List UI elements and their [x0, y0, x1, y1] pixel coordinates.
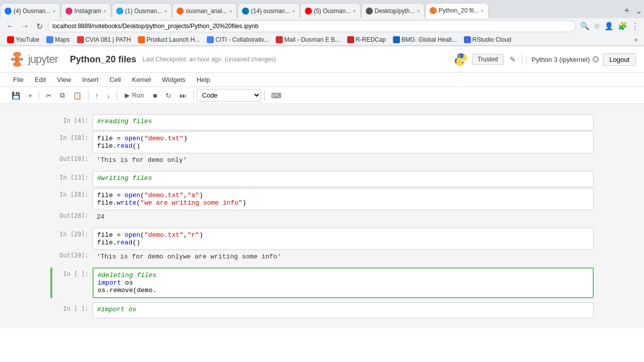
add-cell-button[interactable]: + — [25, 89, 36, 102]
restart-icon: ↻ — [166, 92, 172, 100]
restart-button[interactable]: ↻ — [162, 89, 175, 102]
kernel-status-circle — [593, 56, 599, 62]
browser-tab-tab3[interactable]: (1) Ousman...× — [112, 3, 172, 18]
cell-label-cell-deleting: In [ ]: — [52, 267, 93, 298]
bookmark-bmg:-global-healt...[interactable]: BMG: Global Healt... — [390, 35, 460, 44]
profile-button[interactable]: 👤 — [603, 21, 615, 32]
svg-point-3 — [20, 58, 23, 61]
new-tab-button[interactable]: + — [620, 6, 633, 16]
bookmark-rstudio-cloud[interactable]: RStudio Cloud — [461, 35, 514, 44]
cell-label-cell-file-read2: In [29]: — [52, 228, 93, 250]
cell-wrapper-cell-file-read2: In [29]:file = open("demo.txt","r")file.… — [0, 228, 644, 250]
menu-item-cell[interactable]: Cell — [105, 74, 126, 85]
menu-button[interactable]: ⋮ — [630, 21, 640, 32]
output-label-out-28: Out[28]: — [52, 211, 93, 219]
cell-content-cell-writing-comment[interactable]: #writing files — [93, 171, 594, 187]
reload-button[interactable]: ↻ — [34, 21, 45, 32]
run-icon: ▶ — [125, 92, 130, 99]
jupyter-wordmark: jupyter — [28, 53, 58, 66]
bookmark-product-launch-h...[interactable]: Product Launch H... — [135, 35, 203, 44]
cell-wrapper-cell-file-write: In [28]:file = open("demo.txt","a")file.… — [0, 188, 644, 210]
cell-label-cell-import-os: In [ ]: — [52, 302, 93, 318]
bookmark-citi---collaborativ...[interactable]: CITI - Collaborativ... — [204, 35, 272, 44]
svg-point-2 — [11, 58, 14, 61]
bookmark-button[interactable]: ☆ — [593, 21, 601, 32]
add-icon: + — [28, 92, 32, 100]
output-content-out-28: 24 — [93, 211, 594, 223]
address-input[interactable] — [48, 20, 576, 32]
save-button[interactable]: 💾 — [8, 89, 24, 102]
run-button[interactable]: ▶ Run — [120, 89, 148, 101]
svg-point-1 — [13, 62, 21, 67]
notebook-title[interactable]: Python_20 files — [70, 54, 136, 65]
browser-tab-tab1[interactable]: (4) Ousman...× — [0, 3, 60, 18]
notebook-area: In [4]:#reading filesIn [18]:file = open… — [0, 104, 644, 328]
keyboard-button[interactable]: ⌨ — [268, 89, 285, 102]
bookmarks-more[interactable]: » — [632, 35, 640, 44]
stop-button[interactable]: ■ — [149, 89, 160, 102]
python-logo-icon — [454, 52, 468, 66]
menu-item-file[interactable]: File — [8, 74, 29, 85]
bookmark-cvia-081-|-path[interactable]: CVIA 081 | PATH — [74, 35, 134, 44]
fast-forward-icon: ⏭ — [180, 92, 187, 100]
menu-item-insert[interactable]: Insert — [77, 74, 104, 85]
browser-actions: 🔍 ☆ 👤 🧩 ⋮ — [579, 21, 640, 32]
menu-item-widgets[interactable]: Widgets — [157, 74, 191, 85]
menu-item-view[interactable]: View — [52, 74, 76, 85]
output-label-out-18: Out[18]: — [52, 154, 93, 162]
browser-tab-tab8[interactable]: Python_20 fil...× — [425, 3, 489, 18]
cell-content-cell-file-open[interactable]: file = open("demo.txt")file.read() — [93, 131, 594, 153]
output-row-out-28: Out[28]:24 — [0, 210, 644, 224]
tab-overflow-button[interactable]: ⌄ — [633, 6, 644, 16]
svg-point-5 — [458, 55, 460, 57]
cell-content-cell-deleting[interactable]: #deleting filesimport osos.remove(demo. — [93, 267, 594, 298]
extensions-button[interactable]: 🧩 — [617, 21, 628, 32]
browser-tab-tab6[interactable]: (5) Ousman...× — [300, 3, 361, 18]
back-button[interactable]: ← — [4, 21, 16, 32]
bookmark-r-redcap[interactable]: R-REDCap — [344, 35, 389, 44]
move-up-button[interactable]: ↑ — [92, 89, 102, 102]
svg-point-4 — [14, 56, 20, 62]
forward-button[interactable]: → — [19, 21, 31, 32]
bookmark-mail---ousman-e-b...[interactable]: Mail - Ousman E B... — [273, 35, 343, 44]
trusted-button[interactable]: Trusted — [472, 54, 503, 65]
output-label-out-29: Out[29]: — [52, 251, 93, 259]
cell-label-cell-reading-comment: In [4]: — [52, 114, 93, 130]
bookmark-maps[interactable]: Maps — [43, 35, 72, 44]
cell-type-selector[interactable]: Code Markdown Raw NBConvert Heading — [197, 89, 261, 102]
fast-forward-button[interactable]: ⏭ — [176, 89, 190, 102]
cut-button[interactable]: ✂ — [42, 89, 55, 102]
output-row-out-18: Out[18]:'This is for demo only' — [0, 153, 644, 167]
address-bar: ← → ↻ 🔍 ☆ 👤 🧩 ⋮ — [0, 18, 644, 34]
copy-button[interactable]: ⧉ — [56, 89, 68, 102]
browser-tab-tab5[interactable]: (14) ousman...× — [237, 3, 300, 18]
run-label: Run — [132, 92, 144, 99]
cell-wrapper-cell-deleting: In [ ]:#deleting filesimport osos.remove… — [0, 267, 644, 298]
toolbar-separator-3 — [117, 90, 117, 101]
svg-point-0 — [13, 52, 21, 57]
paste-icon: 📋 — [73, 92, 82, 100]
output-content-out-29: 'This is for demo onlywe are writing som… — [93, 251, 594, 262]
edit-icon-button[interactable]: ✎ — [508, 54, 518, 64]
svg-point-6 — [462, 62, 463, 63]
move-down-button[interactable]: ↓ — [103, 89, 114, 102]
menu-item-kernel[interactable]: Kernel — [127, 74, 156, 85]
bookmark-youtube[interactable]: YouTube — [4, 35, 42, 44]
browser-tab-tab4[interactable]: ousman_anal...× — [172, 3, 237, 18]
output-content-out-18: 'This is for demo only' — [93, 154, 594, 166]
cell-content-cell-file-read2[interactable]: file = open("demo.txt","r")file.read() — [93, 228, 594, 250]
menu-item-help[interactable]: Help — [192, 74, 215, 85]
logout-button[interactable]: Logout — [603, 53, 636, 66]
browser-tab-tab2[interactable]: Instagram× — [61, 3, 111, 18]
bookmarks-bar: YouTubeMapsCVIA 081 | PATHProduct Launch… — [0, 34, 644, 46]
menu-item-edit[interactable]: Edit — [30, 74, 51, 85]
cell-content-cell-import-os[interactable]: #import os — [93, 302, 594, 318]
separator — [522, 53, 522, 65]
paste-button[interactable]: 📋 — [69, 89, 85, 102]
cell-label-cell-writing-comment: In [13]: — [52, 171, 93, 187]
search-button[interactable]: 🔍 — [579, 21, 591, 32]
cell-wrapper-cell-file-open: In [18]:file = open("demo.txt")file.read… — [0, 131, 644, 153]
cell-content-cell-reading-comment[interactable]: #reading files — [93, 114, 594, 130]
cell-content-cell-file-write[interactable]: file = open("demo.txt","a")file.write("w… — [93, 188, 594, 210]
browser-tab-tab7[interactable]: Desktop/pyth...× — [361, 3, 425, 18]
